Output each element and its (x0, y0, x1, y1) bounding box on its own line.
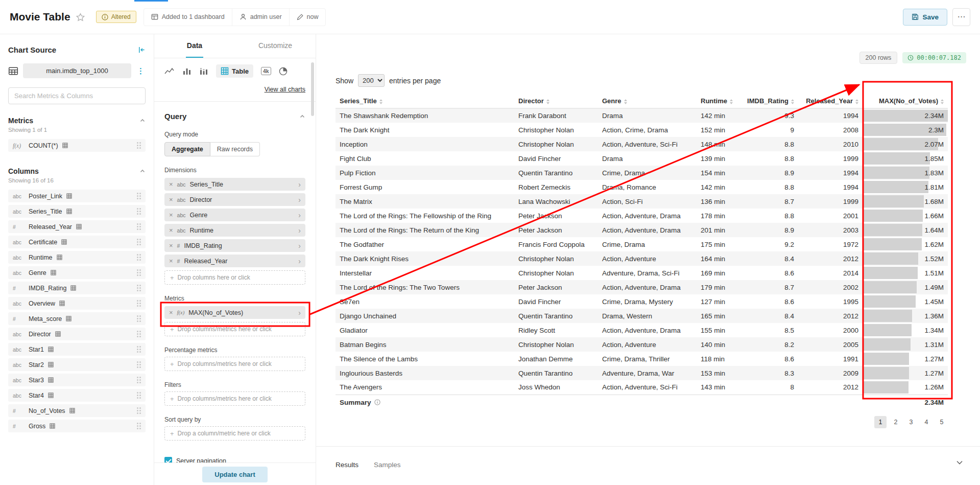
source-column-item[interactable]: abc Poster_Link (8, 190, 146, 202)
column-header[interactable]: MAX(No_of_Votes) (863, 94, 948, 108)
source-column-item[interactable]: abc Genre (8, 266, 146, 279)
drag-handle-icon[interactable] (137, 239, 141, 245)
page-size-select[interactable]: 200 (358, 74, 385, 87)
source-column-item[interactable]: abc Overview (8, 297, 146, 310)
dataset-name[interactable]: main.imdb_top_1000 (23, 63, 131, 78)
source-column-item[interactable]: abc Runtime (8, 251, 146, 264)
remove-icon[interactable]: × (169, 180, 173, 188)
drag-handle-icon[interactable] (137, 407, 141, 414)
filters-drop-zone[interactable]: +Drop columns/metrics here or click (164, 391, 305, 406)
area-chart-icon[interactable] (199, 67, 208, 75)
remove-icon[interactable]: × (169, 242, 173, 249)
source-column-item[interactable]: # No_of_Votes (8, 404, 146, 417)
column-name: Certificate (29, 239, 57, 246)
source-column-item[interactable]: abc Series_Title (8, 205, 146, 218)
big-number-chart-icon[interactable]: 4k (261, 67, 271, 76)
drag-handle-icon[interactable] (137, 254, 141, 261)
control-pill[interactable]: × abc Director › (164, 193, 305, 206)
column-type-badge: f(x) (13, 143, 25, 149)
column-header[interactable]: Genre (598, 94, 697, 108)
query-status: 200 rows 00:00:07.182 (859, 52, 966, 64)
drag-handle-icon[interactable] (137, 377, 141, 383)
remove-icon[interactable]: × (169, 211, 173, 219)
tab-customize[interactable]: Customize (235, 34, 316, 58)
metrics-drop-zone[interactable]: +Drop columns/metrics here or click (164, 322, 305, 336)
source-column-item[interactable]: abc Star2 (8, 358, 146, 371)
source-column-item[interactable]: abc Star3 (8, 374, 146, 386)
page-button[interactable]: 1 (874, 416, 887, 428)
drag-handle-icon[interactable] (137, 423, 141, 429)
viz-type-table-selected[interactable]: Table (216, 64, 253, 78)
remove-icon[interactable]: × (169, 196, 173, 203)
aggregate-mode-button[interactable]: Aggregate (164, 142, 210, 156)
drag-handle-icon[interactable] (137, 346, 141, 353)
cell-genre: Action, Adventure (598, 337, 697, 352)
source-column-item[interactable]: # Released_Year (8, 220, 146, 233)
drag-handle-icon[interactable] (137, 223, 141, 230)
percentage-metrics-drop-zone[interactable]: +Drop columns/metrics here or click (164, 357, 305, 371)
chevron-up-icon[interactable] (139, 118, 146, 124)
bar-chart-icon[interactable] (182, 67, 192, 75)
drag-handle-icon[interactable] (137, 269, 141, 276)
remove-icon[interactable]: × (169, 257, 173, 265)
tab-data[interactable]: Data (154, 34, 235, 58)
drag-handle-icon[interactable] (137, 392, 141, 399)
drag-handle-icon[interactable] (137, 142, 141, 149)
page-button[interactable]: 2 (890, 416, 902, 428)
control-pill[interactable]: × abc Runtime › (164, 224, 305, 237)
drag-handle-icon[interactable] (137, 300, 141, 307)
more-options-button[interactable]: ⋯ (952, 8, 970, 26)
remove-icon[interactable]: × (169, 309, 173, 316)
favorite-star-icon[interactable] (76, 13, 85, 21)
remove-icon[interactable]: × (169, 226, 173, 234)
source-column-item[interactable]: abc Star4 (8, 389, 146, 402)
view-all-charts-link[interactable]: View all charts (265, 86, 305, 93)
source-column-item[interactable]: f(x) COUNT(*) (8, 139, 146, 152)
columns-showing-count: Showing 16 of 16 (8, 177, 146, 183)
tab-results[interactable]: Results (336, 461, 358, 469)
search-input[interactable] (8, 87, 146, 104)
drag-handle-icon[interactable] (137, 285, 141, 291)
chevron-up-icon[interactable] (139, 168, 146, 174)
pie-chart-icon[interactable] (279, 67, 288, 76)
source-column-item[interactable]: # Meta_score (8, 312, 146, 325)
drag-handle-icon[interactable] (137, 361, 141, 368)
drag-handle-icon[interactable] (137, 315, 141, 322)
drag-handle-icon[interactable] (137, 208, 141, 215)
column-header[interactable]: Released_Year (798, 94, 863, 108)
source-column-item[interactable]: # IMDB_Rating (8, 282, 146, 294)
page-button[interactable]: 4 (920, 416, 933, 428)
control-pill[interactable]: × abc Series_Title › (164, 178, 305, 191)
dataset-options-kebab-icon[interactable]: ⋮ (136, 66, 146, 76)
line-chart-icon[interactable] (164, 67, 175, 75)
scrollbar-thumb[interactable] (311, 62, 314, 116)
source-column-item[interactable]: abc Certificate (8, 236, 146, 248)
column-header[interactable]: Runtime (697, 94, 742, 108)
tab-samples[interactable]: Samples (374, 461, 401, 469)
collapse-panel-icon[interactable] (138, 46, 146, 54)
raw-records-mode-button[interactable]: Raw records (210, 142, 260, 156)
update-chart-button[interactable]: Update chart (202, 467, 267, 482)
drag-handle-icon[interactable] (137, 193, 141, 199)
column-header[interactable]: Series_Title (336, 94, 514, 108)
column-header[interactable]: IMDB_Rating (742, 94, 798, 108)
cell-runtime: 136 min (697, 194, 742, 209)
control-pill[interactable]: × # IMDB_Rating › (164, 239, 305, 252)
source-column-item[interactable]: abc Star1 (8, 343, 146, 356)
chevron-down-icon[interactable] (955, 458, 964, 467)
control-pill[interactable]: × f(x) MAX(No_of_Votes) › (164, 306, 305, 319)
source-column-item[interactable]: abc Director (8, 328, 146, 340)
save-button[interactable]: Save (903, 9, 947, 26)
control-pill[interactable]: × abc Genre › (164, 209, 305, 221)
control-pill[interactable]: × # Released_Year › (164, 255, 305, 267)
sort-drop-zone[interactable]: +Drop a column/metric here or click (164, 426, 305, 441)
column-header[interactable]: Director (514, 94, 598, 108)
plus-icon: + (170, 360, 174, 368)
drag-handle-icon[interactable] (137, 331, 141, 337)
dimensions-drop-zone[interactable]: +Drop columns here or click (164, 270, 305, 285)
chevron-up-icon[interactable] (299, 113, 305, 120)
source-column-item[interactable]: # Gross (8, 420, 146, 432)
votes-value: 1.66M (924, 212, 944, 220)
page-button[interactable]: 5 (936, 416, 948, 428)
page-button[interactable]: 3 (905, 416, 917, 428)
